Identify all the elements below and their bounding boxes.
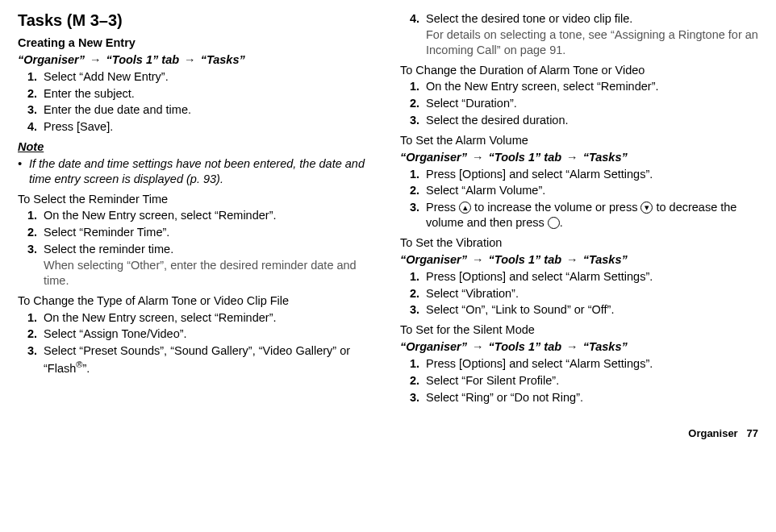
left-column: Tasks (M 3–3) Creating a New Entry “Orga…: [18, 10, 376, 408]
list-item: Press [Save].: [40, 119, 376, 135]
list-item: Select the desired tone or video clip fi…: [423, 11, 758, 58]
list-item: Select the reminder time. When selecting…: [40, 242, 376, 289]
arrow-icon: →: [85, 53, 106, 66]
note-list: If the date and time settings have not b…: [18, 156, 376, 187]
vibration-heading: To Set the Vibration: [400, 235, 758, 251]
steps-silent: Press [Options] and select “Alarm Settin…: [400, 356, 758, 405]
reminder-heading: To Select the Reminder Time: [18, 192, 376, 207]
list-item: Select “Duration”.: [423, 96, 758, 111]
duration-heading: To Change the Duration of Alarm Tone or …: [400, 63, 758, 78]
steps-tone: On the New Entry screen, select “Reminde…: [18, 310, 376, 376]
arrow-icon: →: [467, 253, 489, 266]
list-item: Press ▴ to increase the volume or press …: [423, 200, 758, 231]
page-title: Tasks (M 3–3): [18, 10, 376, 31]
list-item: Select “Alarm Volume”.: [423, 183, 758, 198]
list-item: Select “Add New Entry”.: [40, 69, 376, 85]
creating-heading: Creating a New Entry: [18, 35, 376, 51]
list-item: Press [Options] and select “Alarm Settin…: [423, 356, 758, 372]
note-label: Note: [18, 139, 376, 155]
up-icon: ▴: [459, 202, 471, 214]
list-item: Enter the subject.: [40, 86, 376, 102]
list-item: Select “Vibration”.: [423, 286, 758, 301]
list-item: Select “Preset Sounds”, “Sound Gallery”,…: [40, 343, 376, 376]
arrow-icon: →: [467, 151, 489, 164]
list-item: Select “On”, “Link to Sound” or “Off”.: [423, 302, 758, 318]
steps-creating: Select “Add New Entry”. Enter the subjec…: [18, 69, 376, 135]
arrow-icon: →: [561, 340, 583, 353]
page-number: 77: [747, 427, 758, 439]
list-item: Press [Options] and select “Alarm Settin…: [423, 167, 758, 182]
silent-heading: To Set for the Silent Mode: [400, 322, 758, 338]
list-item: Select “For Silent Profile”.: [423, 373, 758, 389]
list-item: Select the desired duration.: [423, 113, 758, 128]
steps-duration: On the New Entry screen, select “Reminde…: [400, 79, 758, 128]
note-item: If the date and time settings have not b…: [29, 156, 376, 187]
section-name: Organiser: [688, 427, 737, 439]
list-item: Select “Assign Tone/Video”.: [40, 326, 376, 342]
arrow-icon: →: [467, 340, 489, 353]
steps-tone-cont: Select the desired tone or video clip fi…: [400, 11, 758, 58]
volume-heading: To Set the Alarm Volume: [400, 133, 758, 148]
list-item: On the New Entry screen, select “Reminde…: [40, 208, 376, 223]
list-item: On the New Entry screen, select “Reminde…: [423, 79, 758, 94]
list-item: Select “Ring” or “Do not Ring”.: [423, 390, 758, 405]
nav-path: “Organiser” → “Tools 1” tab → “Tasks”: [400, 339, 758, 355]
list-item: Select “Reminder Time”.: [40, 225, 376, 240]
registered-icon: ®: [76, 360, 82, 369]
steps-volume: Press [Options] and select “Alarm Settin…: [400, 167, 758, 231]
nav-path: “Organiser” → “Tools 1” tab → “Tasks”: [400, 252, 758, 268]
nav-path: “Organiser” → “Tools 1” tab → “Tasks”: [18, 52, 376, 68]
list-item: Press [Options] and select “Alarm Settin…: [423, 269, 758, 285]
tone-heading: To Change the Type of Alarm Tone or Vide…: [18, 293, 376, 309]
arrow-icon: →: [561, 151, 583, 164]
arrow-icon: →: [179, 53, 201, 66]
list-item: Enter the due date and time.: [40, 102, 376, 118]
steps-reminder: On the New Entry screen, select “Reminde…: [18, 208, 376, 288]
right-column: Select the desired tone or video clip fi…: [400, 10, 758, 408]
sub-note: For details on selecting a tone, see “As…: [426, 27, 758, 58]
nav-path: “Organiser” → “Tools 1” tab → “Tasks”: [400, 150, 758, 165]
list-item: On the New Entry screen, select “Reminde…: [40, 310, 376, 326]
arrow-icon: →: [561, 253, 583, 266]
sub-note: When selecting “Other”, enter the desire…: [44, 258, 376, 289]
center-button-icon: [548, 217, 560, 229]
page-footer: Organiser 77: [18, 427, 758, 441]
steps-vibration: Press [Options] and select “Alarm Settin…: [400, 269, 758, 318]
down-icon: ▾: [640, 202, 653, 214]
